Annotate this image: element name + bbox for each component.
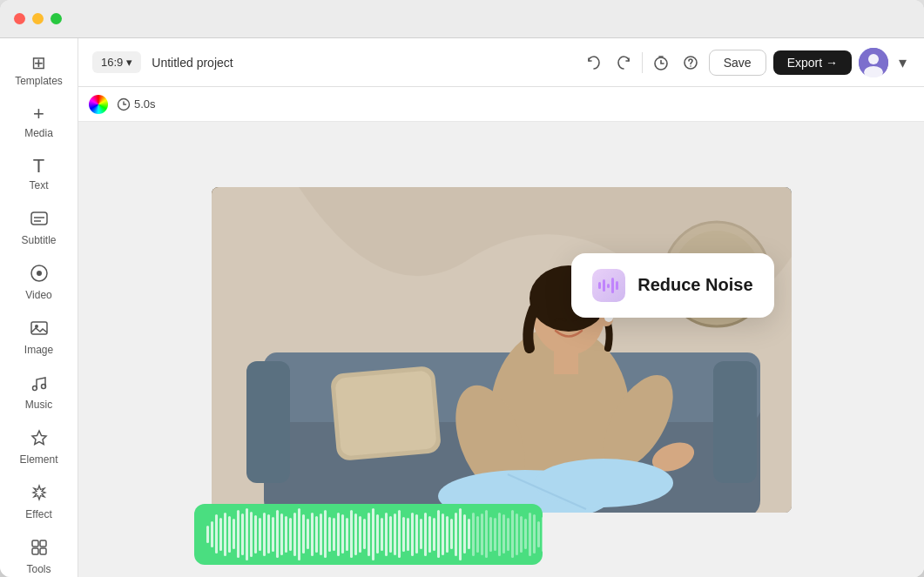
wave-bar bbox=[402, 517, 405, 552]
wave-bar bbox=[407, 518, 409, 551]
wave-bar bbox=[502, 514, 505, 554]
svg-point-8 bbox=[41, 385, 45, 389]
reduce-noise-popup[interactable]: Reduce Noise bbox=[571, 253, 773, 318]
wave-bar bbox=[298, 508, 300, 560]
wave-bar bbox=[446, 516, 449, 553]
video-background: Reduce Noise bbox=[212, 187, 792, 513]
sidebar-item-media[interactable]: + Media bbox=[8, 97, 71, 146]
wave-bar bbox=[289, 518, 292, 551]
wave-bar bbox=[337, 513, 340, 556]
wave-bar bbox=[468, 519, 470, 549]
export-button[interactable]: Export → bbox=[773, 50, 852, 75]
titlebar bbox=[0, 0, 924, 38]
wave-bar bbox=[285, 516, 287, 553]
account-chevron[interactable]: ▾ bbox=[895, 50, 910, 76]
svg-point-17 bbox=[868, 54, 879, 64]
wave-bar bbox=[472, 513, 475, 556]
wave-bar bbox=[363, 519, 366, 549]
canvas-area: Reduce Noise bbox=[78, 122, 924, 577]
wave-bar bbox=[463, 514, 466, 554]
svg-rect-12 bbox=[40, 548, 46, 554]
wave-bar bbox=[315, 516, 318, 553]
reduce-noise-label: Reduce Noise bbox=[637, 275, 752, 295]
wave-bar bbox=[372, 508, 374, 560]
wave-bar bbox=[368, 513, 370, 556]
audio-waveform-bar[interactable] bbox=[194, 504, 543, 565]
sidebar-item-music[interactable]: Music bbox=[8, 366, 71, 418]
element-icon bbox=[30, 428, 49, 450]
clock-icon bbox=[117, 97, 131, 111]
svg-rect-34 bbox=[554, 348, 578, 374]
wave-bar bbox=[241, 513, 244, 555]
sidebar-item-subtitle[interactable]: Subtitle bbox=[8, 202, 71, 253]
video-canvas[interactable]: Reduce Noise bbox=[212, 187, 792, 513]
music-icon bbox=[30, 373, 49, 395]
sidebar-item-text[interactable]: T Text bbox=[8, 150, 71, 198]
toolbar-strip: 5.0s bbox=[78, 87, 924, 122]
wave-bar bbox=[494, 518, 496, 551]
sidebar-item-label: Video bbox=[25, 289, 51, 301]
close-button[interactable] bbox=[14, 13, 25, 24]
sidebar-item-video[interactable]: Video bbox=[8, 257, 71, 308]
traffic-lights bbox=[14, 13, 62, 24]
wave-bar bbox=[224, 513, 226, 556]
wave-bar bbox=[293, 513, 296, 556]
outer-canvas: Reduce Noise bbox=[212, 187, 792, 513]
wave-bar bbox=[389, 516, 392, 553]
sidebar-item-effect[interactable]: Effect bbox=[8, 476, 71, 527]
save-button[interactable]: Save bbox=[709, 50, 766, 76]
wave-bar bbox=[259, 518, 261, 551]
wave-bar bbox=[424, 513, 427, 556]
wave-bar bbox=[398, 510, 401, 558]
sidebar-item-label: Templates bbox=[15, 75, 63, 87]
svg-rect-25 bbox=[246, 361, 290, 483]
app-body: ⊞ Templates + Media T Text Subt bbox=[0, 38, 924, 577]
timer-button[interactable] bbox=[650, 51, 672, 74]
svg-rect-11 bbox=[32, 548, 38, 554]
avatar[interactable] bbox=[859, 48, 888, 77]
wave-bar bbox=[481, 513, 483, 555]
sidebar-item-tools[interactable]: Tools bbox=[8, 531, 71, 577]
sidebar-item-label: Media bbox=[24, 127, 53, 139]
waveform-icon bbox=[592, 269, 625, 302]
wave-bar bbox=[533, 514, 536, 554]
wave-bar bbox=[537, 521, 540, 547]
wave-bar bbox=[542, 517, 543, 552]
wave-bar bbox=[420, 519, 422, 549]
undo-button[interactable] bbox=[583, 51, 605, 74]
sidebar-item-templates[interactable]: ⊞ Templates bbox=[8, 47, 71, 94]
duration-text: 5.0s bbox=[134, 97, 156, 111]
media-icon: + bbox=[33, 104, 44, 124]
aspect-ratio-label: 16:9 bbox=[101, 56, 123, 69]
wave-bar bbox=[272, 517, 274, 552]
sidebar-item-label: Tools bbox=[26, 563, 51, 575]
help-button[interactable] bbox=[679, 51, 702, 74]
svg-rect-45 bbox=[607, 284, 610, 288]
wave-bar bbox=[263, 513, 266, 556]
wave-bar bbox=[385, 513, 388, 556]
wave-bar bbox=[215, 514, 218, 554]
minimize-button[interactable] bbox=[32, 13, 44, 24]
maximize-button[interactable] bbox=[51, 13, 62, 24]
wave-bar bbox=[511, 510, 514, 558]
wave-bar bbox=[529, 513, 531, 556]
svg-rect-9 bbox=[32, 540, 38, 547]
redo-button[interactable] bbox=[612, 51, 635, 74]
sidebar-item-element[interactable]: Element bbox=[8, 421, 71, 473]
wave-bar bbox=[254, 515, 257, 554]
video-icon bbox=[30, 264, 49, 285]
subtitle-icon bbox=[30, 209, 49, 231]
sidebar-item-label: Text bbox=[29, 179, 48, 191]
wave-bar bbox=[350, 510, 353, 558]
sidebar-item-image[interactable]: Image bbox=[8, 312, 71, 363]
color-wheel-button[interactable] bbox=[89, 95, 108, 114]
aspect-ratio-button[interactable]: 16:9 ▾ bbox=[92, 51, 141, 73]
wave-bar bbox=[524, 519, 527, 549]
wave-bar bbox=[450, 519, 453, 549]
wave-bar bbox=[485, 510, 488, 558]
svg-rect-47 bbox=[616, 281, 618, 290]
wave-bar bbox=[346, 518, 348, 551]
wave-bar bbox=[307, 519, 309, 549]
wave-bar bbox=[520, 516, 523, 553]
chevron-down-icon: ▾ bbox=[126, 56, 132, 69]
